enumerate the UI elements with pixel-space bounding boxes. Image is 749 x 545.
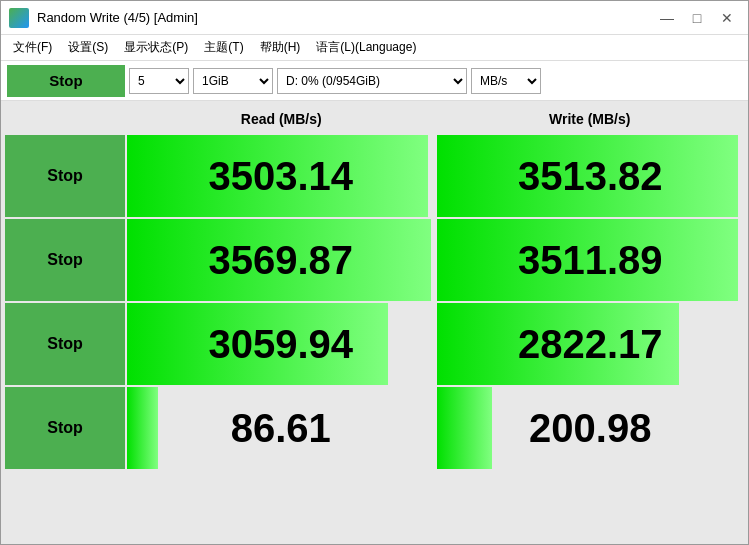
window-controls: — □ ✕ xyxy=(654,8,740,28)
read-value-2: 3059.94 xyxy=(127,303,435,385)
title-bar: Random Write (4/5) [Admin] — □ ✕ xyxy=(1,1,748,35)
read-value-1: 3569.87 xyxy=(127,219,435,301)
menu-display[interactable]: 显示状态(P) xyxy=(116,37,196,58)
stop-button-3[interactable]: Stop xyxy=(5,387,125,469)
menu-theme[interactable]: 主题(T) xyxy=(196,37,251,58)
stop-button-1[interactable]: Stop xyxy=(5,219,125,301)
read-header: Read (MB/s) xyxy=(127,105,436,133)
write-value-2: 2822.17 xyxy=(437,303,745,385)
main-stop-button[interactable]: Stop xyxy=(7,65,125,97)
table-header: Read (MB/s) Write (MB/s) xyxy=(5,105,744,133)
minimize-button[interactable]: — xyxy=(654,8,680,28)
table-row: Stop 3059.94 2822.17 xyxy=(5,303,744,385)
menu-file[interactable]: 文件(F) xyxy=(5,37,60,58)
read-value-3: 86.61 xyxy=(127,387,435,469)
threads-select[interactable]: 5 xyxy=(129,68,189,94)
write-value-3: 200.98 xyxy=(437,387,745,469)
maximize-button[interactable]: □ xyxy=(684,8,710,28)
app-icon xyxy=(9,8,29,28)
close-button[interactable]: ✕ xyxy=(714,8,740,28)
read-value-0: 3503.14 xyxy=(127,135,435,217)
main-window: Random Write (4/5) [Admin] — □ ✕ 文件(F) 设… xyxy=(0,0,749,545)
menu-help[interactable]: 帮助(H) xyxy=(252,37,309,58)
write-value-1: 3511.89 xyxy=(437,219,745,301)
unit-select[interactable]: MB/s xyxy=(471,68,541,94)
toolbar: Stop 5 1GiB D: 0% (0/954GiB) MB/s xyxy=(1,61,748,101)
menu-bar: 文件(F) 设置(S) 显示状态(P) 主题(T) 帮助(H) 语言(L)(La… xyxy=(1,35,748,61)
table-row: Stop 3503.14 3513.82 xyxy=(5,135,744,217)
menu-language[interactable]: 语言(L)(Language) xyxy=(308,37,424,58)
menu-settings[interactable]: 设置(S) xyxy=(60,37,116,58)
stop-button-0[interactable]: Stop xyxy=(5,135,125,217)
window-title: Random Write (4/5) [Admin] xyxy=(37,10,654,25)
write-header: Write (MB/s) xyxy=(436,105,745,133)
stop-button-2[interactable]: Stop xyxy=(5,303,125,385)
drive-select[interactable]: D: 0% (0/954GiB) xyxy=(277,68,467,94)
size-select[interactable]: 1GiB xyxy=(193,68,273,94)
table-row: Stop 86.61 200.98 xyxy=(5,387,744,469)
table-row: Stop 3569.87 3511.89 xyxy=(5,219,744,301)
write-value-0: 3513.82 xyxy=(437,135,745,217)
benchmark-table: Read (MB/s) Write (MB/s) Stop 3503.14 35… xyxy=(1,101,748,544)
